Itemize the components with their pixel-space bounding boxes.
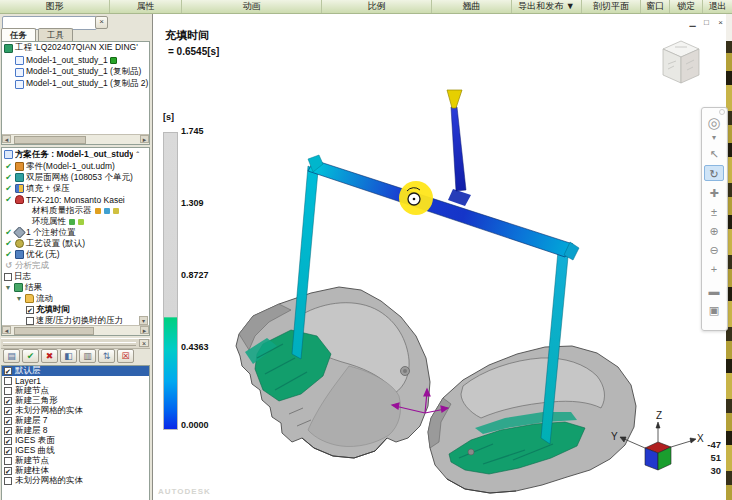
minimize-icon[interactable]: ▁ xyxy=(687,18,698,28)
activate-layer-button[interactable]: ✔ xyxy=(22,349,39,363)
restore-icon[interactable]: □ xyxy=(701,18,712,28)
layer-checkbox[interactable]: ✔ xyxy=(4,427,12,435)
steering-wheel-icon[interactable]: ◎ xyxy=(704,113,724,133)
task-label: TFX-210: Monsanto Kasei xyxy=(26,195,125,205)
task-row-injection[interactable]: ✔ 1 个注射位置 xyxy=(2,227,149,238)
runner-bar xyxy=(308,160,573,257)
layer-checkbox[interactable]: ✔ xyxy=(4,367,12,375)
axis-y-label: Y xyxy=(611,431,618,442)
menu-scale[interactable]: 比例 xyxy=(322,0,432,13)
select-cursor-icon[interactable]: ↖ xyxy=(704,146,724,162)
scroll-down-icon[interactable]: ▾ xyxy=(139,316,148,325)
delete-layer-button[interactable]: ✖ xyxy=(41,349,58,363)
menu-window[interactable]: 窗口 xyxy=(641,0,670,13)
log-checkbox[interactable] xyxy=(4,273,12,281)
task-row-material[interactable]: ✔ TFX-210: Monsanto Kasei xyxy=(2,194,149,205)
layer-checkbox[interactable]: ✔ xyxy=(4,407,12,415)
task-row-flow[interactable]: ▼ 流动 xyxy=(2,293,149,304)
injection-marker[interactable] xyxy=(399,181,433,215)
task-row-environment[interactable]: 环境属性 xyxy=(2,216,149,227)
scroll-right-icon[interactable]: ▸ xyxy=(140,326,149,334)
center-view-icon[interactable]: + xyxy=(704,261,724,277)
panels-icon[interactable]: ▣ xyxy=(704,302,724,318)
layer-checkbox[interactable]: ✔ xyxy=(4,397,12,405)
layer-checkbox[interactable]: ✔ xyxy=(4,467,12,475)
part-left[interactable] xyxy=(236,287,430,458)
layer-checkbox[interactable] xyxy=(4,387,12,395)
model-3d[interactable] xyxy=(153,14,727,500)
expander-icon[interactable]: ▼ xyxy=(4,284,12,291)
layer-checkbox[interactable] xyxy=(4,477,12,485)
layer-row[interactable]: 未划分网格的实体 xyxy=(2,476,149,486)
chevron-down-icon[interactable]: ▾ xyxy=(704,134,724,143)
scroll-left-icon[interactable]: ◂ xyxy=(2,326,11,334)
quality-icon xyxy=(104,208,110,214)
menu-exit[interactable]: 退出 xyxy=(703,0,732,13)
view-cube[interactable] xyxy=(663,41,699,83)
task-row-process[interactable]: ✔ 工艺设置 (默认) xyxy=(2,238,149,249)
layer-row[interactable]: ✔默认层 xyxy=(2,366,149,376)
task-row-material-quality[interactable]: 材料质量指示器 xyxy=(2,205,149,216)
task-row-optimize[interactable]: ✔ 优化 (无) xyxy=(2,249,149,260)
task-row-mesh[interactable]: ✔ 双层面网格 (108053 个单元) xyxy=(2,172,149,183)
fill-time-checkbox[interactable]: ✔ xyxy=(26,306,34,314)
task-row-fill-pack[interactable]: ✔ 填充 + 保压 xyxy=(2,183,149,194)
rotate-icon[interactable]: ↻ xyxy=(704,165,724,181)
menu-lock[interactable]: 锁定 xyxy=(670,0,703,13)
study-icon xyxy=(15,80,24,89)
close-icon[interactable]: × xyxy=(715,18,726,28)
task-row-results[interactable]: ▼ 结果 xyxy=(2,282,149,293)
layer-checkbox[interactable] xyxy=(4,457,12,465)
expand-layers-button[interactable]: ⇅ xyxy=(98,349,115,363)
zoom-dynamic-icon[interactable]: ± xyxy=(704,204,724,220)
menu-cutting-plane[interactable]: 剖切平面 xyxy=(582,0,641,13)
combobox-close-icon[interactable]: × xyxy=(95,16,108,29)
task-row-fill-time[interactable]: ✔ 充填时间 xyxy=(2,304,149,315)
tasks-hscrollbar[interactable]: ◂ ▸ xyxy=(2,325,149,335)
tab-tools[interactable]: 工具 xyxy=(38,28,73,42)
study-label: Model-1_out_study_1 xyxy=(26,55,108,65)
part-right[interactable] xyxy=(428,346,636,493)
menu-animation[interactable]: 动画 xyxy=(182,0,322,13)
vp-pressure-checkbox[interactable] xyxy=(26,317,34,325)
injection-cone-icon xyxy=(447,90,462,108)
menu-plot[interactable]: 图形 xyxy=(0,0,110,13)
layer-display-button[interactable]: ▥ xyxy=(79,349,96,363)
layers-panel: ✔默认层 Layer1 新建节点 ✔新建三角形 ✔未划分网格的实体 ✔新建层 7… xyxy=(1,365,150,500)
task-row-log[interactable]: 日志 xyxy=(2,271,149,282)
collapse-icon[interactable]: ˆ xyxy=(136,150,139,159)
project-tree-panel: 工程 'LQ202407QIAN XIE DING' Model-1_out_s… xyxy=(1,41,150,145)
layer-checkbox[interactable]: ✔ xyxy=(4,447,12,455)
task-row-part[interactable]: ✔ 零件(Model-1_out.udm) xyxy=(2,161,149,172)
study-row[interactable]: Model-1_out_study_1 (复制品) xyxy=(2,66,149,78)
tab-tasks[interactable]: 任务 xyxy=(1,28,36,42)
clean-layers-button[interactable]: ☒ xyxy=(117,349,134,363)
layer-checkbox[interactable]: ✔ xyxy=(4,437,12,445)
menu-export-publish[interactable]: 导出和发布 ▼ xyxy=(512,0,582,13)
zoom-in-icon[interactable]: ⊕ xyxy=(704,223,724,239)
mdi-window-controls: ▁ □ × xyxy=(687,18,726,28)
project-root-row[interactable]: 工程 'LQ202407QIAN XIE DING' xyxy=(2,42,149,54)
viewport-3d[interactable]: 充填时间 = 0.6545[s] [s] 1.745 1.309 0.8727 … xyxy=(152,13,726,500)
menu-warp[interactable]: 翘曲 xyxy=(432,0,512,13)
pan-icon[interactable]: ✚ xyxy=(704,185,724,201)
scroll-thumb[interactable] xyxy=(14,136,86,144)
task-label: 零件(Model-1_out.udm) xyxy=(26,161,115,172)
expander-icon[interactable]: ▼ xyxy=(15,295,23,302)
new-layer-button[interactable]: ▤ xyxy=(3,349,20,363)
assign-layer-button[interactable]: ◧ xyxy=(60,349,77,363)
study-row[interactable]: Model-1_out_study_1 (复制品 2) xyxy=(2,78,149,90)
project-tree-hscrollbar[interactable]: ◂ ▸ xyxy=(2,134,149,144)
scroll-right-icon[interactable]: ▸ xyxy=(140,135,149,143)
layer-checkbox[interactable]: ✔ xyxy=(4,417,12,425)
layers-close-icon[interactable]: × xyxy=(139,339,149,347)
study-tasks-header[interactable]: 方案任务 : Model-1_out_study_1 ˆ xyxy=(2,148,149,161)
scroll-left-icon[interactable]: ◂ xyxy=(2,135,11,143)
layer-checkbox[interactable] xyxy=(4,377,12,385)
zoom-out-icon[interactable]: ⊖ xyxy=(704,242,724,258)
study-row[interactable]: Model-1_out_study_1 xyxy=(2,54,149,66)
scroll-thumb[interactable] xyxy=(14,327,94,335)
fit-view-icon[interactable]: ▬ xyxy=(704,283,724,299)
menu-properties[interactable]: 属性 xyxy=(110,0,182,13)
folder-icon xyxy=(25,294,34,303)
